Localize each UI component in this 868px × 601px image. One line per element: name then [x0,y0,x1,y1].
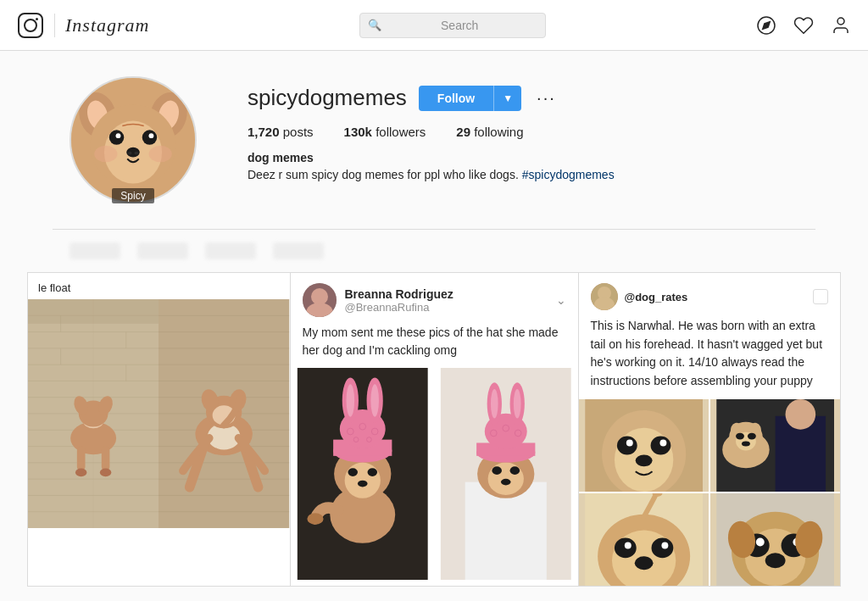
svg-point-117 [616,436,637,454]
svg-point-1 [25,19,36,31]
svg-point-18 [128,152,132,155]
header: Instagram 🔍 [0,0,868,51]
card2-header: Breanna Rodriguez @BreannaRufina ⌄ [291,273,578,324]
header-nav [756,15,851,36]
card3-checkbox [813,289,828,304]
tweet-username: Breanna Rodriguez [345,287,453,301]
card1-image-right [159,299,289,528]
svg-point-100 [501,479,511,486]
posts-count: 1,720 [248,125,280,139]
svg-point-132 [742,441,750,446]
person-icon[interactable] [831,15,851,36]
card1-label: le float [28,273,290,299]
card3-header: @dog_rates [579,273,841,317]
profile-section: Spicy spicydogmemes Follow ▼ ··· 1,720 p… [53,76,815,229]
svg-point-106 [491,389,498,419]
svg-point-93 [307,513,323,524]
svg-point-118 [650,436,670,454]
svg-point-98 [492,466,502,475]
svg-rect-0 [19,14,42,37]
svg-point-136 [614,537,636,558]
highlight-stub-4 [273,242,324,259]
search-container: 🔍 [359,13,546,38]
post-card-1[interactable]: le float [27,272,291,587]
svg-rect-44 [102,447,110,471]
search-input[interactable] [359,13,546,38]
following-count: 29 [456,125,470,139]
card2-image-left [291,368,435,580]
svg-point-107 [514,389,521,419]
svg-point-131 [748,432,756,439]
profile-username: spicydogmemes [248,85,407,111]
instagram-wordmark: Instagram [65,14,149,36]
svg-point-87 [370,384,379,416]
compass-icon[interactable] [756,15,776,36]
header-divider [54,14,55,37]
follow-dropdown-button[interactable]: ▼ [493,86,521,111]
svg-point-130 [736,432,744,439]
instagram-logo-icon[interactable] [17,12,44,39]
post-card-2[interactable]: Breanna Rodriguez @BreannaRufina ⌄ My mo… [291,272,579,587]
header-left: Instagram [17,12,149,39]
tweet-avatar [303,283,337,317]
posts-grid: le float [27,272,841,601]
svg-point-15 [116,133,121,138]
highlight-stub-1 [70,242,120,259]
card2-images [291,368,578,580]
grid-cell-2 [710,399,840,492]
svg-point-21 [148,146,171,162]
dog-rates-handle: @dog_rates [625,291,688,303]
svg-point-80 [357,481,367,487]
tweet-user-info: Breanna Rodriguez @BreannaRufina [345,287,453,314]
heart-icon[interactable] [793,15,814,36]
svg-point-86 [346,384,354,416]
svg-point-120 [659,439,666,446]
profile-avatar-wrap: Spicy [70,76,197,203]
posts-label: posts [283,125,314,139]
avatar-label: Spicy [112,188,153,203]
svg-point-121 [635,454,652,466]
svg-rect-43 [77,447,86,471]
card2-text: My mom sent me these pics of the hat she… [291,324,578,368]
more-options-button[interactable]: ··· [533,88,559,108]
search-icon: 🔍 [368,19,381,31]
svg-point-119 [626,439,632,446]
profile-info: spicydogmemes Follow ▼ ··· 1,720 posts 1… [248,76,798,181]
svg-point-5 [837,18,844,25]
svg-point-45 [75,469,86,477]
svg-point-124 [785,399,815,430]
profile-name-row: spicydogmemes Follow ▼ ··· [248,85,798,111]
posts-stat: 1,720 posts [248,125,314,139]
dog-rates-avatar [591,283,618,310]
svg-point-79 [367,468,377,476]
bio-text-main: Deez r sum spicy dog memes for ppl who l… [248,168,522,181]
grid-cell-4 [710,493,840,586]
grid-cell-1 [579,399,709,492]
follow-button[interactable]: Follow [419,86,493,111]
bio-hashtag-link[interactable]: #spicydogmemes [522,168,615,181]
svg-marker-4 [763,21,770,28]
tweet-handle: @BreannaRufina [345,301,453,314]
post-card-3[interactable]: @dog_rates This is Narwhal. He was born … [579,272,842,587]
card2-image-right [434,368,578,580]
card3-image-grid [579,399,841,586]
grid-cell-3 [579,493,709,586]
profile-bio-text: Deez r sum spicy dog memes for ppl who l… [248,168,798,181]
svg-point-138 [624,542,631,548]
chevron-down-icon: ⌄ [556,293,566,307]
profile-bio-name: dog memes [248,151,798,164]
card3-user: @dog_rates [591,283,688,310]
following-label: following [474,125,523,139]
svg-point-149 [765,553,785,568]
followers-label: followers [376,125,426,139]
card1-images [28,299,290,528]
svg-point-137 [651,537,673,558]
svg-point-20 [94,146,117,162]
profile-stats: 1,720 posts 130k followers 29 following [248,125,798,139]
profile-avatar [70,76,197,203]
follow-button-group: Follow ▼ [419,86,521,111]
svg-point-2 [36,18,38,20]
card2-user: Breanna Rodriguez @BreannaRufina [303,283,453,317]
svg-point-139 [661,542,668,548]
card1-image-left [28,299,159,528]
